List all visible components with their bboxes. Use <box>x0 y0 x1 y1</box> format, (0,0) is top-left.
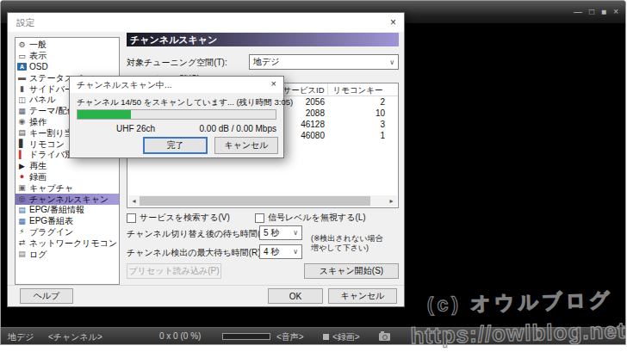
horizontal-scrollbar[interactable]: ◂ ▸ <box>128 195 397 207</box>
driver-settings-icon: ▍ <box>17 151 27 159</box>
epg-guide-icon: ▦ <box>17 218 27 225</box>
footer-separator <box>8 285 404 286</box>
scan-progress-message: チャンネル 14/50 をスキャンしています... (残り時間 3:05) <box>77 97 293 108</box>
status-bar[interactable]: 地デジ <チャンネル> 0 x 0 (0 %) <音声> <録画> <box>1 327 625 344</box>
checkbox-icon <box>127 213 136 223</box>
sidebar-item[interactable]: ▭表示 <box>16 51 119 62</box>
detect-note: (※検出されない場合 増やして下さい) <box>311 234 382 253</box>
scroll-left-icon[interactable]: ◂ <box>128 197 140 205</box>
tuning-space-select[interactable]: 地デジ ∨ <box>249 54 399 70</box>
current-channel-label: UHF 26ch <box>116 124 155 133</box>
play-icon: ▶ <box>17 163 27 170</box>
keyboard-icon: ▤ <box>17 129 27 137</box>
statusbar-audio[interactable]: <音声> <box>276 331 304 343</box>
remote-icon: ▋ <box>17 140 27 148</box>
operation-icon: ◉ <box>17 118 27 126</box>
sidebar-icon: ▮ <box>17 85 27 93</box>
settings-dialog: 設定 × ⚙一般▭表示AOSD▬ステータスバー▮サイドバー◫パネル▦テーマ/配色… <box>7 12 405 307</box>
sidebar-item-label: ログ <box>29 249 47 261</box>
statusbar-tuner[interactable]: 地デジ <box>8 331 34 343</box>
log-icon: ▤ <box>17 250 27 258</box>
search-service-label: サービスを検索する(V) <box>140 212 230 224</box>
screenshot-page: —□■× 地デジ <チャンネル> 0 x 0 (0 %) <音声> <録画> 設… <box>0 0 627 364</box>
sidebar-item[interactable]: ●録画 <box>16 172 119 183</box>
settings-sidebar: ⚙一般▭表示AOSD▬ステータスバー▮サイドバー◫パネル▦テーマ/配色◉操作▤キ… <box>15 37 120 285</box>
record-stop-icon <box>323 334 329 340</box>
wait-detect-label: チャンネル検出の最大待ち時間(R): <box>127 247 263 259</box>
tuning-space-label: 対象チューニング空間(T): <box>127 57 227 69</box>
chevron-down-icon: ∨ <box>389 59 394 66</box>
tuning-space-value: 地デジ <box>253 56 279 68</box>
sidebar-item[interactable]: ◎チャンネルスキャン <box>16 194 119 205</box>
display-icon: ▭ <box>17 52 27 60</box>
help-button[interactable]: ヘルプ <box>20 288 73 304</box>
checkbox-icon <box>255 213 264 223</box>
sidebar-item[interactable]: ▤ログ <box>16 249 119 260</box>
maximize-button[interactable]: □ <box>589 8 594 16</box>
cancel-button[interactable]: キャンセル <box>328 288 397 304</box>
scan-progress-bar <box>77 109 276 120</box>
plugin-icon: ⚡ <box>17 228 27 236</box>
channel-scan-icon: ◎ <box>17 195 27 203</box>
wait-detect-select[interactable]: 4 秒 ∨ <box>259 244 302 259</box>
panel-header: チャンネルスキャン <box>127 33 399 46</box>
sidebar-item-label: 表示 <box>29 50 47 62</box>
capture-icon: ▣ <box>17 184 27 192</box>
sidebar-item-label: OSD <box>29 62 48 71</box>
minimize-button[interactable]: — <box>574 8 582 16</box>
window-controls: —□■× <box>574 1 618 23</box>
wait-switch-label: チャンネル切り替え後の待ち時間(W): <box>127 228 274 240</box>
scan-progress-fill <box>78 110 131 119</box>
column-remote-key[interactable]: リモコンキー <box>327 83 388 96</box>
ignore-signal-checkbox[interactable]: 信号レベルを無視する(L) <box>255 212 366 224</box>
osd-icon: A <box>17 63 27 71</box>
ignore-signal-label: 信号レベルを無視する(L) <box>268 212 366 224</box>
scroll-right-icon[interactable]: ▸ <box>386 197 397 205</box>
gear-icon: ⚙ <box>17 41 27 49</box>
sidebar-item[interactable]: ▣キャプチャ <box>16 182 119 194</box>
scan-start-button[interactable]: スキャン開始(S) <box>304 263 399 279</box>
settings-close-icon[interactable]: × <box>390 16 396 28</box>
chevron-down-icon: ∨ <box>293 248 298 256</box>
sidebar-item[interactable]: ▶再生 <box>16 161 119 172</box>
preset-load-button: プリセット読み込み(P) <box>127 263 221 279</box>
signal-info-label: 0.00 dB / 0.00 Mbps <box>199 124 276 133</box>
wait-detect-value: 4 秒 <box>264 246 279 258</box>
record-icon: ● <box>17 173 27 181</box>
statusbar-video-info: 0 x 0 (0 %) <box>159 331 201 341</box>
column-service-id[interactable]: サービスID <box>279 83 327 96</box>
statusbar-record[interactable]: <録画> <box>323 331 360 343</box>
scan-dialog-titlebar[interactable]: チャンネルスキャン中... × <box>70 77 283 93</box>
scrollbar-thumb[interactable] <box>140 196 370 206</box>
fullscreen-button[interactable]: ■ <box>601 8 606 16</box>
wait-switch-select[interactable]: 5 秒 ∨ <box>259 225 302 240</box>
theme-icon: ▦ <box>17 108 27 115</box>
epg-info-icon: ▤ <box>17 207 27 214</box>
statusbar-icon: ▬ <box>17 74 27 82</box>
scan-progress-dialog: チャンネルスキャン中... × チャンネル 14/50 をスキャンしています..… <box>69 76 284 158</box>
capture-camera-icon[interactable] <box>379 333 390 341</box>
volume-slider[interactable] <box>222 333 270 340</box>
record-label: <録画> <box>332 332 360 342</box>
panel-icon: ◫ <box>17 96 27 104</box>
close-button[interactable]: × <box>613 8 618 16</box>
sidebar-item[interactable]: ▤EPG/番組情報 <box>16 205 119 216</box>
chevron-down-icon: ∨ <box>293 229 298 237</box>
wait-switch-value: 5 秒 <box>264 227 279 239</box>
statusbar-channel[interactable]: <チャンネル> <box>48 331 102 343</box>
settings-dialog-title: 設定 <box>16 17 34 29</box>
scan-dialog-close-icon[interactable]: × <box>271 78 276 89</box>
ok-button[interactable]: OK <box>268 288 323 304</box>
settings-titlebar[interactable]: 設定 × <box>8 13 404 32</box>
network-remote-icon: ⇄ <box>17 239 27 247</box>
sidebar-item[interactable]: AOSD <box>16 62 119 73</box>
search-service-checkbox[interactable]: サービスを検索する(V) <box>127 212 230 224</box>
sidebar-item[interactable]: ▦EPG番組表 <box>16 216 119 227</box>
scan-dialog-title: チャンネルスキャン中... <box>77 79 171 91</box>
scan-cancel-button[interactable]: キャンセル <box>214 137 278 154</box>
scan-done-button[interactable]: 完了 <box>143 137 208 154</box>
sidebar-item[interactable]: ⚡プラグイン <box>16 227 119 238</box>
sidebar-item[interactable]: ⚙一般 <box>16 40 119 51</box>
sidebar-item[interactable]: ⇄ネットワークリモコン <box>16 238 119 249</box>
